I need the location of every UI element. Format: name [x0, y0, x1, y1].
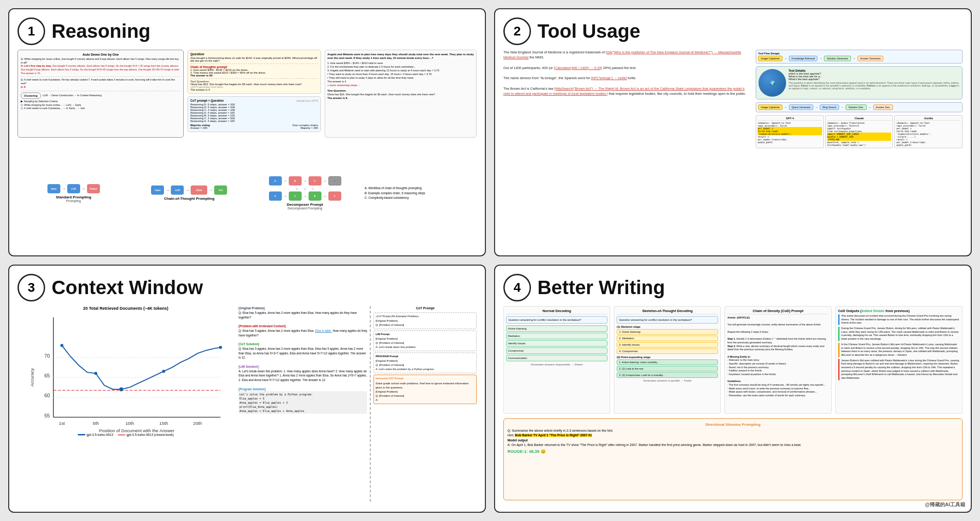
- cod-step1: Step 1. Identify 1-3 informative Entitie…: [727, 337, 828, 344]
- card2-content: The New England Journal of Medicine is a…: [503, 50, 962, 245]
- card3-title: Context Window: [52, 277, 203, 299]
- card1-top-section: Auto Demo One by One Q: While shopping f…: [18, 50, 477, 138]
- cod-prompt-col: Chain of Density (CoD) Prompt Article: {…: [724, 306, 831, 414]
- nd-output-3: Identify issues: [506, 340, 607, 347]
- dir-stim-answer: A: On April 1, Bob Barker returned to th…: [508, 443, 958, 448]
- tf-arr2: →: [819, 57, 822, 60]
- cot-title: Chain-of-Thought Prompting: [164, 197, 214, 201]
- auto-demo-rows: Q: While shopping for music online, Zoe …: [21, 58, 181, 110]
- diagram-standard: Input → LLM → Output Standard Prompting …: [18, 184, 129, 203]
- sot-skeleton-items: 1. Active listening 2. Mediation 3. Iden…: [617, 329, 718, 354]
- card2-left-panel: The New England Journal of Medicine is a…: [503, 50, 751, 245]
- card4-header: 4 Better Writing: [503, 274, 962, 301]
- nd-note: Generates answers sequentially → Slower: [506, 363, 607, 366]
- legend-dashed-line: [118, 434, 125, 435]
- card2-right-panel: Tool Flow (Image) Image Captioner → Know…: [756, 50, 962, 245]
- x-axis-label: Position of Document with the Answer: [99, 428, 175, 433]
- tf-ans-gen: Answer Generator: [858, 56, 884, 61]
- cod-guide-1: - The first summary should be long (4-5 …: [727, 383, 828, 387]
- reasoning-rows: Reasoning E: 6 steps, answer = 200 Reaso…: [190, 103, 318, 122]
- sot-title: Skeleton-of-Thought Decoding: [617, 309, 718, 314]
- dot-20: [219, 346, 222, 349]
- dc-h-arrow2: →: [303, 194, 307, 198]
- cod-guide-2: - Make every word count: re-write the pr…: [727, 387, 828, 391]
- cot-header: CoT prompt = Question Sample from GPT3: [190, 99, 318, 102]
- auto-demo-box: Auto Demo One by One Q: While shopping f…: [18, 50, 184, 138]
- tool-text-4: The Brown Act is California's law [WikiS…: [503, 86, 751, 97]
- context-ref: Elsa is taller.: [315, 329, 332, 332]
- card2-title: Tool Usage: [537, 20, 640, 42]
- cod-step2: Step 2. Write a new, denser summary of i…: [727, 345, 828, 352]
- qa-call-1: [QA("Who is the publisher of The New Eng…: [503, 50, 741, 59]
- bf-ans-gen: Answer Gen.: [873, 104, 893, 110]
- std-input: Input: [47, 184, 60, 193]
- dc-down2: ↓: [304, 187, 306, 190]
- globe-text: Test Details: which is the best app/site…: [788, 69, 960, 97]
- cod-me-5: - Anywhere: located anywhere in the Arti…: [727, 373, 828, 376]
- context-columns: [Original Problem] Q: Elsa has 5 apples.…: [239, 306, 477, 502]
- clustering-label: Clustering: [21, 93, 41, 99]
- demo-clustering: Clustering LLM → Demo Construction → In …: [21, 93, 181, 99]
- rouge-score: ROUGE-1: 48.39 😊: [508, 449, 958, 454]
- tf-sol-gen: Solution Generator: [824, 56, 851, 61]
- bf-query-gen: Query Generator: [789, 104, 813, 110]
- gpt3-answer: The answer is 4.: [190, 88, 318, 91]
- sot-exp-2: 2. (2) Look at the root: [617, 366, 718, 371]
- dc-dots: ···: [328, 176, 341, 185]
- gpt4-title: GPT-4: [758, 117, 822, 121]
- legend-dashed-label: gpt-3.5-turbo-0613 (closed-book): [127, 433, 174, 436]
- nd-output-5: Communication: [506, 355, 607, 361]
- card3-header: 3 Context Window: [18, 274, 477, 301]
- cod-added-label: Added Details: [862, 309, 885, 313]
- cod-guidelines-label: Guidelines:: [727, 380, 828, 383]
- standard-flow: Input → LLM → Output: [47, 184, 100, 193]
- card4-content: Normal Decoding Question answering for c…: [503, 306, 962, 502]
- cot-flow: Input → LLM → Chain → Out: [151, 185, 227, 195]
- context-left-col: [Original Problem] Q: Elsa has 5 apples.…: [239, 306, 367, 502]
- gorilla-col: Gorilla <domain>: Speech-to-Text <api_pr…: [894, 115, 962, 148]
- decomposer-down-arrows: ↓ ↓ ↓: [296, 187, 314, 190]
- majority-val: Majority = 200: [301, 127, 318, 129]
- accuracy-chart: 55 60 65 70 1st 5th 10th 15th 20th Posit…: [18, 313, 234, 432]
- bottom-flow-row: Image Captioner → Query Generator → Bing…: [758, 104, 960, 110]
- card4-bottom: Directional Stimulus Prompting Q: Summar…: [503, 418, 962, 501]
- sot-note: Generates answers in parallel → Faster: [617, 379, 718, 382]
- angela-steps: 1. Asia saved $350 – $140 = $210 total t…: [327, 61, 474, 87]
- bf-arr3: →: [841, 106, 844, 109]
- globe-icon: 🌍: [758, 69, 786, 97]
- card4-number: 4: [503, 274, 531, 301]
- sample-gpt3-box: CoT prompt = Question Sample from GPT3 R…: [187, 96, 321, 132]
- standard-subtitle: Prompting: [66, 199, 81, 203]
- standard-title: Standard Prompting: [56, 195, 91, 199]
- test-details-label: Test Details:: [788, 69, 960, 72]
- normal-decoding-col: Normal Decoding Question answering for c…: [503, 306, 610, 414]
- y-70: 70: [44, 353, 50, 359]
- cot-llm: LLM: [171, 185, 184, 195]
- normal-output: Active listening Mediation Identify issu…: [506, 325, 607, 361]
- cot-prompt-col: CoT Prompt «CoT Prompt (No Exemplar Prob…: [370, 306, 477, 502]
- prog-prompt-label: PROGRAM Prompt: [375, 354, 475, 358]
- cod-me-4: - Faithful: present in the Article.: [727, 369, 828, 373]
- model-comparison: GPT-4 <domain>: Speech-to-Text <api_prov…: [756, 115, 962, 148]
- orig-prob-text: Q: Elsa has 5 apples. Anna has 2 more ap…: [239, 311, 367, 320]
- card-context-window: 3 Context Window 20 Total Retrieved Docu…: [8, 265, 486, 513]
- diagram-cot: Input → LLM → Chain → Out Chain-of-Thoug…: [133, 185, 245, 201]
- std-arrow1: →: [62, 186, 66, 191]
- bf-image-cap: Image Captioner: [758, 104, 782, 110]
- tool-text-2: Out of 1400 participants, 400 (or [Calcu…: [503, 65, 751, 70]
- nd-output-2: Mediation: [506, 333, 607, 339]
- card3-content: 20 Total Retrieved Documents (~4K tokens…: [18, 306, 477, 502]
- ltm-sol-text: A: Let's break down this problem: 1. How…: [239, 369, 367, 382]
- legend-solid-line: [78, 434, 85, 435]
- footnote-b: B: Example complex chain, 9 reasoning st…: [365, 191, 477, 196]
- sot-step1-label: (1) Skeleton stage: [617, 325, 718, 328]
- prob-with-context-label: [Problem with Irrelevant Context]: [239, 324, 367, 329]
- gpt-line: [62, 346, 221, 389]
- dc-h-c2: C: [328, 191, 341, 201]
- dc-h-arrow3: →: [323, 194, 327, 198]
- dc-c: C: [309, 176, 321, 185]
- cod-prompt-title: Chain of Density (CoD) Prompt: [727, 309, 828, 314]
- card4-title: Better Writing: [537, 277, 665, 299]
- instructed-cot-box: Instructed COT Prompt Solve grade school…: [373, 375, 477, 404]
- std-output: Output: [87, 184, 100, 193]
